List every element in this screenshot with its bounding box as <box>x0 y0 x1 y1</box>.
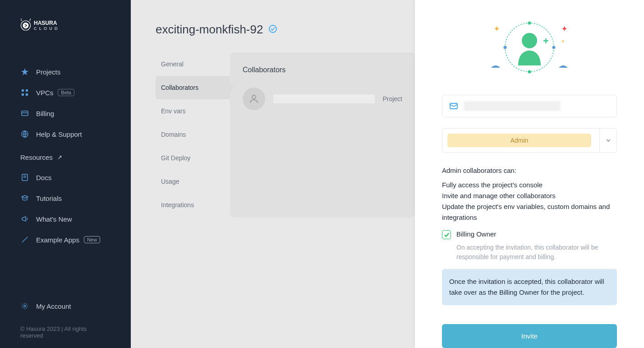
copyright: © Hasura 2023 | All rights reserved <box>20 325 110 339</box>
svg-text:+: + <box>543 35 549 46</box>
email-value-redacted <box>464 101 561 111</box>
collaborator-role: Project <box>382 95 402 102</box>
billing-owner-checkbox[interactable] <box>442 230 451 239</box>
sidebar-item-billing[interactable]: Billing <box>0 103 131 124</box>
svg-point-21 <box>522 33 537 48</box>
docs-icon <box>20 173 29 182</box>
verified-icon <box>268 24 277 35</box>
svg-point-15 <box>252 95 256 99</box>
svg-point-18 <box>528 70 531 74</box>
tab-integrations[interactable]: Integrations <box>156 193 230 217</box>
svg-text:HASURA: HASURA <box>34 20 57 26</box>
svg-rect-3 <box>22 89 24 92</box>
role-select[interactable]: Admin <box>442 128 617 153</box>
external-link-icon: ↗ <box>57 154 62 161</box>
sidebar-item-label: Billing <box>36 110 54 117</box>
sidebar-item-exampleapps[interactable]: Example Apps New <box>0 229 131 250</box>
tab-envvars[interactable]: Env vars <box>156 99 230 123</box>
tutorials-icon <box>20 194 29 203</box>
sidebar-item-tutorials[interactable]: Tutorials <box>0 188 131 209</box>
sidebar-item-label: My Account <box>36 302 71 310</box>
projects-icon <box>20 67 29 76</box>
chevron-down-icon[interactable] <box>599 129 616 152</box>
mail-icon <box>449 102 458 111</box>
svg-rect-6 <box>26 93 28 96</box>
svg-point-13 <box>24 305 26 307</box>
email-input[interactable] <box>442 95 617 117</box>
invite-illustration: + ✦ ✦ ✦ <box>442 18 617 77</box>
collaborators-card: Collaborators Project <box>230 52 415 217</box>
role-pill: Admin <box>447 134 591 147</box>
sidebar: HASURA CLOUD Projects VPCs Beta Billing <box>0 0 131 348</box>
sidebar-item-help[interactable]: Help & Support <box>0 124 131 144</box>
hasura-logo: HASURA CLOUD <box>0 18 131 39</box>
tab-usage[interactable]: Usage <box>156 170 230 193</box>
svg-point-20 <box>552 46 556 49</box>
billing-icon <box>20 109 29 118</box>
sidebar-item-label: Tutorials <box>36 195 62 202</box>
sidebar-item-label: What's New <box>36 215 72 223</box>
card-title: Collaborators <box>243 66 402 74</box>
settings-tabs: General Collaborators Env vars Domains G… <box>156 52 230 217</box>
invite-button[interactable]: Invite <box>442 324 617 348</box>
svg-text:✦: ✦ <box>493 24 500 33</box>
sidebar-item-label: Projects <box>36 68 60 76</box>
svg-point-0 <box>23 23 28 28</box>
sidebar-item-docs[interactable]: Docs <box>0 167 131 188</box>
gear-icon <box>20 302 29 311</box>
tab-gitdeploy[interactable]: Git Deploy <box>156 146 230 170</box>
svg-text:✦: ✦ <box>561 39 565 44</box>
collaborator-email-redacted <box>273 94 375 103</box>
svg-rect-4 <box>26 89 28 92</box>
wand-icon <box>20 235 29 244</box>
beta-badge: Beta <box>58 89 74 96</box>
svg-text:✦: ✦ <box>561 24 568 33</box>
sidebar-item-label: VPCs <box>36 89 53 97</box>
billing-owner-label: Billing Owner <box>456 230 496 238</box>
invite-slideout: + ✦ ✦ ✦ Admin Admin collaborators can: F… <box>415 0 644 348</box>
svg-text:CLOUD: CLOUD <box>34 26 60 31</box>
megaphone-icon <box>20 214 29 223</box>
sidebar-item-label: Docs <box>36 174 51 181</box>
sidebar-item-projects[interactable]: Projects <box>0 61 131 82</box>
svg-point-19 <box>504 46 507 49</box>
permissions-list: Fully access the project's console Invit… <box>442 180 617 223</box>
permissions-heading: Admin collaborators can: <box>442 165 617 176</box>
sidebar-item-account[interactable]: My Account <box>20 296 110 316</box>
help-icon <box>20 130 29 139</box>
info-note: Once the invitation is accepted, this co… <box>442 269 617 305</box>
sidebar-item-label: Help & Support <box>36 130 82 138</box>
project-title: exciting-monkfish-92 <box>156 23 263 37</box>
sidebar-item-label: Example Apps <box>36 236 79 244</box>
sidebar-item-vpcs[interactable]: VPCs Beta <box>0 82 131 103</box>
vpcs-icon <box>20 88 29 97</box>
svg-point-17 <box>528 22 531 25</box>
new-badge: New <box>84 236 100 243</box>
tab-general[interactable]: General <box>156 52 230 76</box>
resources-heading[interactable]: Resources ↗ <box>0 144 131 167</box>
tab-collaborators[interactable]: Collaborators <box>156 76 230 99</box>
svg-rect-5 <box>22 93 24 96</box>
billing-owner-desc: On accepting the invitation, this collab… <box>456 243 617 262</box>
avatar <box>243 88 265 110</box>
tab-domains[interactable]: Domains <box>156 123 230 146</box>
sidebar-item-whatsnew[interactable]: What's New <box>0 209 131 229</box>
svg-point-14 <box>269 25 276 32</box>
check-icon <box>444 232 450 238</box>
collaborator-row: Project <box>243 88 402 110</box>
billing-owner-checkbox-row: Billing Owner <box>442 230 617 239</box>
svg-rect-7 <box>22 111 28 116</box>
